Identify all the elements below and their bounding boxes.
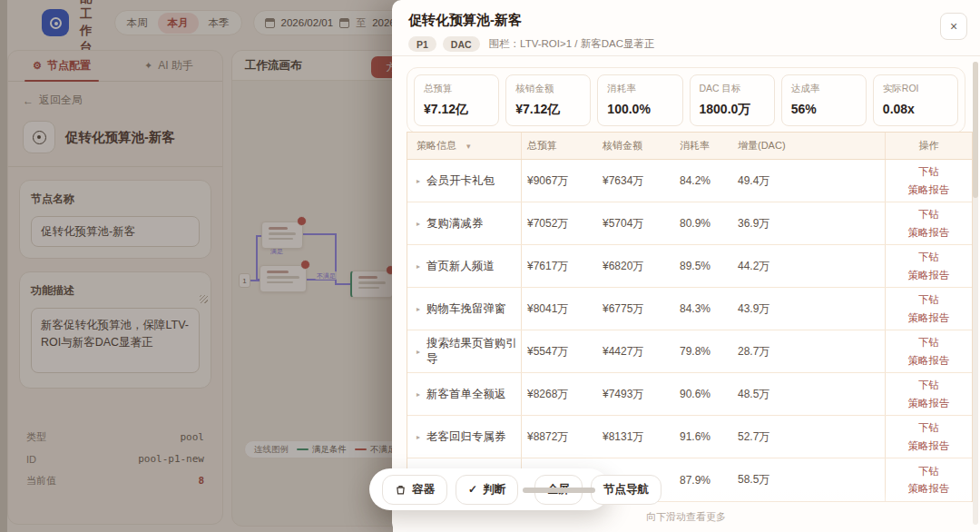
kpi-value: 0.08x — [883, 102, 948, 116]
strategy-name-cell[interactable]: ▸ 购物车挽留弹窗 — [407, 288, 522, 330]
strategy-name-cell[interactable]: ▸ 复购满减券 — [407, 202, 522, 244]
kpi-label: DAC 目标 — [700, 83, 765, 95]
drill-down-link[interactable]: 下钻 — [918, 464, 939, 478]
actions-cell: 下钻 策略报告 — [886, 160, 972, 202]
settled-cell: ¥8131万 — [597, 429, 672, 445]
kpi-card: 核销金额 ¥7.12亿 — [505, 74, 591, 126]
container-icon — [395, 484, 407, 496]
kpi-value: ¥7.12亿 — [515, 102, 581, 118]
strategy-name: 购物车挽留弹窗 — [426, 301, 506, 317]
node-nav-button[interactable]: 节点导航 — [591, 475, 662, 505]
table-row[interactable]: ▸ 复购满减券 ¥7052万 ¥5704万 80.9% 36.9万 下钻 策略报… — [407, 202, 972, 245]
strategy-name: 复购满减券 — [426, 216, 484, 232]
drill-down-link[interactable]: 下钻 — [918, 207, 939, 222]
strategy-report-link[interactable]: 策略报告 — [908, 396, 950, 410]
kpi-card: 达成率 56% — [781, 74, 867, 126]
rate-cell: 84.2% — [672, 174, 730, 187]
chevron-right-icon[interactable]: ▸ — [416, 348, 420, 356]
col-strategy-info[interactable]: 策略信息 ▾ — [407, 133, 522, 159]
drill-down-link[interactable]: 下钻 — [918, 164, 939, 179]
actions-cell: 下钻 策略报告 — [886, 245, 972, 287]
kpi-card: 实际ROI 0.08x — [873, 74, 958, 126]
settled-cell: ¥6820万 — [597, 259, 672, 274]
strategy-report-link[interactable]: 策略报告 — [908, 353, 950, 368]
horizontal-scroll-handle[interactable] — [523, 488, 595, 493]
kpi-value: 1800.0万 — [700, 102, 765, 118]
kpi-label: 总预算 — [424, 83, 489, 95]
drawer-title: 促转化预算池-新客 — [408, 12, 964, 29]
container-button[interactable]: 容器 — [382, 475, 447, 505]
strategy-report-link[interactable]: 策略报告 — [908, 310, 950, 325]
drill-down-link[interactable]: 下钻 — [918, 250, 939, 264]
chevron-right-icon[interactable]: ▸ — [416, 220, 420, 228]
table-row[interactable]: ▸ 老客回归专属券 ¥8872万 ¥8131万 91.6% 52.7万 下钻 策… — [407, 416, 972, 458]
strategy-name-cell[interactable]: ▸ 会员开卡礼包 — [407, 160, 522, 202]
table-row[interactable]: ▸ 购物车挽留弹窗 ¥8041万 ¥6775万 84.3% 43.9万 下钻 策… — [407, 288, 972, 330]
kpi-card: 总预算 ¥7.12亿 — [414, 74, 499, 126]
kpi-label: 消耗率 — [607, 83, 672, 95]
rate-cell: 90.6% — [672, 388, 730, 400]
kpi-label: 核销金额 — [515, 83, 581, 95]
priority-badge: P1 — [408, 36, 436, 52]
table-row[interactable]: ▸ 会员开卡礼包 ¥9067万 ¥7634万 84.2% 49.4万 下钻 策略… — [407, 160, 972, 202]
strategy-report-link[interactable]: 策略报告 — [908, 438, 950, 453]
rate-cell: 87.9% — [672, 474, 730, 487]
drawer-header: 促转化预算池-新客 P1 DAC 围栏：LTV-ROI>1 / 新客DAC显著正… — [392, 0, 980, 56]
strategy-report-link[interactable]: 策略报告 — [908, 182, 950, 197]
strategy-table: 策略信息 ▾ 总预算 核销金额 消耗率 增量(DAC) 操作 ▸ 会员开卡礼包 — [407, 132, 973, 502]
chevron-right-icon[interactable]: ▸ — [416, 177, 420, 185]
drawer-badges: P1 DAC 围栏：LTV-ROI>1 / 新客DAC显著正 — [408, 36, 964, 52]
col-settled: 核销金额 — [597, 139, 672, 153]
increment-cell: 36.9万 — [730, 202, 886, 244]
pool-detail-drawer: 促转化预算池-新客 P1 DAC 围栏：LTV-ROI>1 / 新客DAC显著正… — [392, 0, 980, 532]
budget-cell: ¥8041万 — [522, 301, 597, 317]
settled-cell: ¥7634万 — [597, 173, 672, 189]
kpi-value: ¥7.12亿 — [424, 102, 489, 118]
kpi-label: 实际ROI — [883, 83, 948, 95]
kpi-value: 100.0% — [607, 102, 672, 116]
drill-down-link[interactable]: 下钻 — [918, 292, 939, 307]
col-rate: 消耗率 — [672, 139, 730, 153]
guardrail-text: 围栏：LTV-ROI>1 / 新客DAC显著正 — [489, 37, 655, 51]
sort-caret-icon: ▾ — [466, 142, 471, 151]
table-row[interactable]: ▸ 搜索结果页首购引导 ¥5547万 ¥4427万 79.8% 28.7万 下钻… — [407, 330, 972, 373]
rate-cell: 84.3% — [672, 302, 730, 315]
chevron-right-icon[interactable]: ▸ — [416, 262, 420, 271]
scrollbar-thumb[interactable] — [973, 62, 978, 198]
drill-down-link[interactable]: 下钻 — [918, 420, 939, 435]
close-button[interactable]: × — [940, 13, 967, 40]
kpi-cards: 总预算 ¥7.12亿 核销金额 ¥7.12亿 消耗率 100.0% DAC 目标… — [407, 67, 965, 133]
chevron-right-icon[interactable]: ▸ — [416, 433, 420, 441]
drill-down-link[interactable]: 下钻 — [918, 335, 939, 350]
drawer-scrollbar[interactable] — [973, 62, 978, 525]
settled-cell: ¥7493万 — [597, 387, 672, 402]
chevron-right-icon[interactable]: ▸ — [416, 390, 420, 399]
app-stage: 预算分配工作台 2026-02 预算推演 本周 本月 本季 2026/02/01… — [0, 0, 980, 532]
actions-cell: 下钻 策略报告 — [886, 373, 972, 415]
col-budget: 总预算 — [522, 139, 597, 153]
strategy-report-link[interactable]: 策略报告 — [908, 268, 950, 282]
container-button-label: 容器 — [412, 482, 435, 498]
strategy-name-cell[interactable]: ▸ 首页新人频道 — [407, 245, 522, 287]
strategy-report-link[interactable]: 策略报告 — [908, 481, 950, 496]
scroll-more-hint: 向下滑动查看更多 — [392, 510, 980, 524]
actions-cell: 下钻 策略报告 — [886, 330, 972, 372]
drill-down-link[interactable]: 下钻 — [918, 378, 939, 392]
table-row[interactable]: ▸ 首页新人频道 ¥7617万 ¥6820万 89.5% 44.2万 下钻 策略… — [407, 245, 972, 288]
increment-cell: 28.7万 — [730, 330, 886, 372]
rate-cell: 79.8% — [672, 345, 730, 358]
strategy-name-cell[interactable]: ▸ 老客回归专属券 — [407, 416, 522, 458]
strategy-name-cell[interactable]: ▸ 搜索结果页首购引导 — [407, 330, 522, 372]
actions-cell: 下钻 策略报告 — [886, 202, 972, 244]
rate-cell: 89.5% — [672, 260, 730, 272]
strategy-name: 首页新人频道 — [426, 259, 495, 274]
actions-cell: 下钻 策略报告 — [886, 458, 972, 501]
table-row[interactable]: ▸ 新客首单全额返 ¥8268万 ¥7493万 90.6% 48.5万 下钻 策… — [407, 373, 972, 416]
strategy-report-link[interactable]: 策略报告 — [908, 225, 950, 240]
table-body: ▸ 会员开卡礼包 ¥9067万 ¥7634万 84.2% 49.4万 下钻 策略… — [407, 160, 972, 501]
col-actions: 操作 — [886, 133, 972, 159]
chevron-right-icon[interactable]: ▸ — [416, 305, 420, 313]
judge-button[interactable]: ✓ 判断 — [456, 475, 518, 505]
rate-cell: 91.6% — [672, 430, 730, 443]
strategy-name-cell[interactable]: ▸ 新客首单全额返 — [407, 373, 522, 415]
